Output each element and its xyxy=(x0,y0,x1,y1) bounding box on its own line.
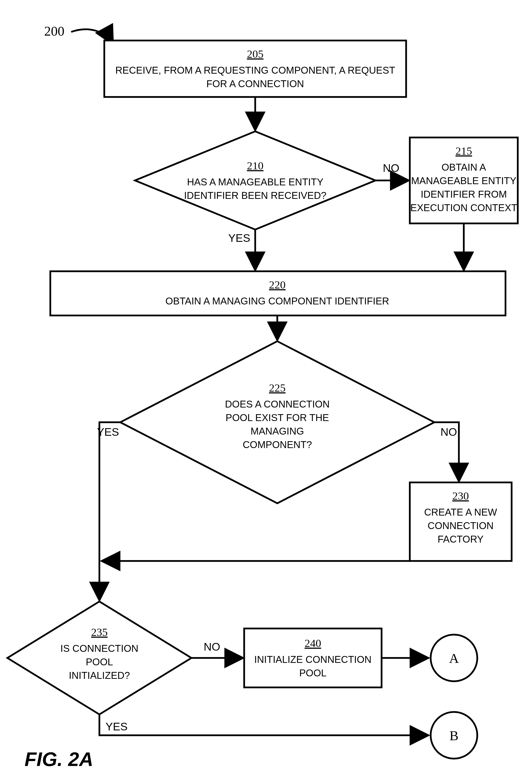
connector-B: B xyxy=(431,712,477,759)
edge-210-no-label: NO xyxy=(383,162,400,174)
node-205-l2: FOR A CONNECTION xyxy=(206,78,304,89)
node-210-l1: HAS A MANAGEABLE ENTITY xyxy=(187,176,324,187)
node-235-l3: INITIALIZED? xyxy=(69,670,130,681)
node-235-l2: POOL xyxy=(86,656,113,667)
node-220-ref: 220 xyxy=(269,279,286,291)
node-205-l1: RECEIVE, FROM A REQUESTING COMPONENT, A … xyxy=(115,65,395,76)
figure-ref-label: 200 xyxy=(44,23,65,38)
connector-B-label: B xyxy=(450,728,459,743)
node-230-l2: CONNECTION xyxy=(428,520,494,531)
svg-rect-3 xyxy=(50,271,506,315)
node-235-l1: IS CONNECTION xyxy=(60,643,139,654)
edge-225-yes-seg1 xyxy=(99,422,120,561)
node-225-l1: DOES A CONNECTION xyxy=(225,399,330,409)
node-240-l2: POOL xyxy=(299,668,326,678)
node-240-l1: INITIALIZE CONNECTION xyxy=(254,654,371,665)
edge-210-yes-label: YES xyxy=(228,232,250,244)
node-215-l1: OBTAIN A xyxy=(441,162,486,173)
edge-225-yes-label: YES xyxy=(97,426,119,438)
node-240-ref: 240 xyxy=(304,637,321,649)
node-215: 215 OBTAIN A MANAGEABLE ENTITY IDENTIFIE… xyxy=(410,138,518,223)
edge-225-no-label: NO xyxy=(440,426,457,438)
node-220: 220 OBTAIN A MANAGING COMPONENT IDENTIFI… xyxy=(50,271,506,315)
node-225-l2: POOL EXIST FOR THE xyxy=(226,412,329,423)
node-235: 235 IS CONNECTION POOL INITIALIZED? xyxy=(7,602,191,714)
node-220-l1: OBTAIN A MANAGING COMPONENT IDENTIFIER xyxy=(165,296,389,306)
node-215-ref: 215 xyxy=(455,145,472,157)
node-205-ref: 205 xyxy=(247,48,264,60)
connector-A-label: A xyxy=(449,651,459,666)
node-230: 230 CREATE A NEW CONNECTION FACTORY xyxy=(410,482,512,561)
node-210-ref: 210 xyxy=(247,160,264,172)
node-235-ref: 235 xyxy=(91,626,108,638)
node-205: 205 RECEIVE, FROM A REQUESTING COMPONENT… xyxy=(104,41,406,97)
node-240: 240 INITIALIZE CONNECTION POOL xyxy=(244,628,381,687)
node-225-l4: COMPONENT? xyxy=(243,439,312,450)
node-230-l3: FACTORY xyxy=(438,534,483,545)
node-210: 210 HAS A MANAGEABLE ENTITY IDENTIFIER B… xyxy=(135,131,375,230)
edge-235-B xyxy=(99,714,428,735)
node-225: 225 DOES A CONNECTION POOL EXIST FOR THE… xyxy=(120,341,434,503)
node-215-l3: IDENTIFIER FROM xyxy=(421,189,507,200)
edge-235-yes-label: YES xyxy=(105,720,127,733)
connector-A: A xyxy=(431,635,477,681)
node-210-l2: IDENTIFIER BEEN RECEIVED? xyxy=(184,190,326,201)
figure-label: FIG. 2A xyxy=(24,748,93,770)
node-215-l2: MANAGEABLE ENTITY xyxy=(411,175,517,186)
node-225-l3: MANAGING xyxy=(251,426,304,437)
node-225-ref: 225 xyxy=(269,382,286,394)
node-230-ref: 230 xyxy=(452,490,469,502)
node-230-l1: CREATE A NEW xyxy=(424,507,497,518)
edge-235-no-label: NO xyxy=(204,640,220,653)
node-215-l4: EXECUTION CONTEXT xyxy=(410,202,517,213)
